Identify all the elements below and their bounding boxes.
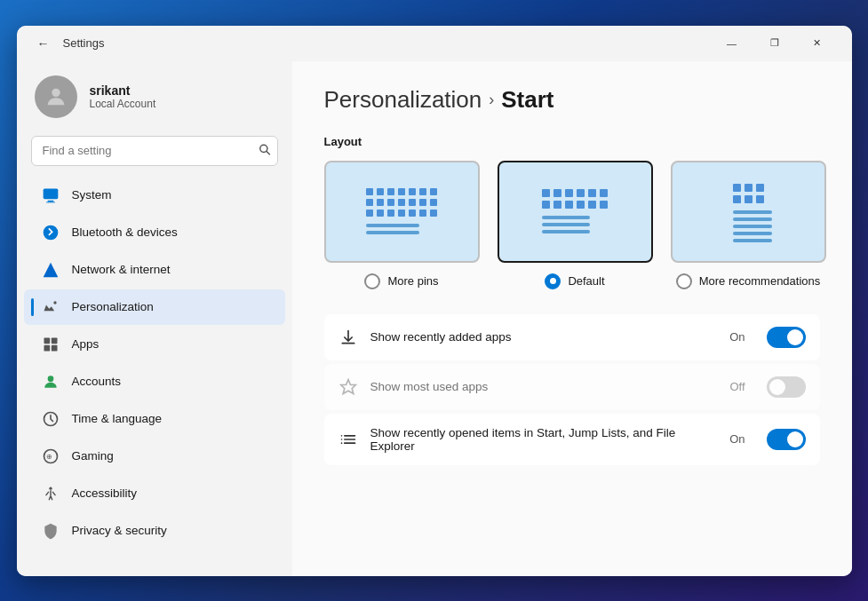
toggle-most-used[interactable] bbox=[767, 376, 806, 398]
layout-option-more-recs[interactable]: More recommendations bbox=[671, 161, 826, 289]
toggle-thumb-off bbox=[769, 379, 785, 395]
toggle-recently-added[interactable] bbox=[767, 327, 806, 348]
system-icon bbox=[42, 186, 60, 204]
title-bar: ← Settings — ❐ ✕ bbox=[17, 26, 852, 61]
svg-point-13 bbox=[47, 376, 53, 382]
svg-point-0 bbox=[52, 88, 60, 96]
sidebar-item-time[interactable]: Time & language bbox=[24, 401, 285, 437]
sidebar-item-system[interactable]: System bbox=[24, 178, 285, 213]
user-info: srikant Local Account bbox=[90, 83, 156, 110]
toggle-recent-items[interactable] bbox=[767, 429, 806, 450]
sidebar-label-gaming: Gaming bbox=[72, 449, 114, 463]
layout-option-more-pins[interactable]: More pins bbox=[324, 161, 480, 289]
svg-rect-5 bbox=[46, 202, 55, 202]
sidebar-label-accounts: Accounts bbox=[72, 375, 122, 388]
window-controls: — ❐ ✕ bbox=[712, 29, 838, 58]
layout-label-more-recs: More recommendations bbox=[676, 273, 821, 289]
sidebar-item-network[interactable]: Network & internet bbox=[24, 252, 285, 288]
sidebar-label-time: Time & language bbox=[72, 412, 163, 425]
gaming-icon: ⊕ bbox=[42, 447, 60, 465]
setting-label-recent-items: Show recently opened items in Start, Jum… bbox=[370, 426, 718, 453]
user-section: srikant Local Account bbox=[17, 61, 292, 132]
radio-more-recs[interactable] bbox=[676, 273, 692, 289]
svg-rect-10 bbox=[51, 337, 57, 344]
layout-preview-more-pins bbox=[324, 161, 480, 263]
content-area: srikant Local Account bbox=[17, 61, 852, 576]
breadcrumb-current: Start bbox=[501, 86, 553, 114]
layout-option-default[interactable]: Default bbox=[498, 161, 653, 289]
svg-rect-11 bbox=[44, 344, 50, 351]
close-button[interactable]: ✕ bbox=[797, 29, 838, 58]
bluetooth-icon bbox=[42, 224, 60, 241]
breadcrumb-separator: › bbox=[489, 91, 494, 109]
setting-status-recent-items: On bbox=[729, 432, 745, 446]
time-icon bbox=[42, 410, 60, 428]
search-box bbox=[31, 136, 278, 166]
network-icon bbox=[42, 261, 60, 279]
svg-rect-3 bbox=[43, 188, 58, 199]
setting-status-most-used: Off bbox=[729, 380, 745, 393]
setting-recent-items: Show recently opened items in Start, Jum… bbox=[324, 414, 820, 465]
apps-icon bbox=[42, 336, 60, 353]
layout-preview-default bbox=[498, 161, 653, 263]
svg-line-2 bbox=[266, 151, 269, 154]
svg-text:⊕: ⊕ bbox=[46, 453, 52, 461]
accessibility-icon bbox=[42, 485, 60, 502]
search-icon bbox=[259, 143, 271, 155]
layout-options: More pins bbox=[324, 161, 820, 289]
toggle-thumb-recent bbox=[787, 431, 803, 447]
sidebar-item-bluetooth[interactable]: Bluetooth & devices bbox=[24, 215, 285, 250]
breadcrumb: Personalization › Start bbox=[324, 86, 820, 114]
setting-recently-added: Show recently added apps On bbox=[324, 314, 820, 360]
privacy-icon bbox=[42, 522, 60, 540]
avatar bbox=[35, 75, 77, 118]
radio-default[interactable] bbox=[545, 273, 561, 289]
layout-section-label: Layout bbox=[324, 135, 820, 148]
svg-rect-4 bbox=[47, 200, 53, 202]
settings-window: ← Settings — ❐ ✕ srikant Local Account bbox=[17, 26, 852, 576]
download-icon bbox=[338, 328, 358, 347]
sidebar: srikant Local Account bbox=[17, 61, 292, 576]
radio-more-pins[interactable] bbox=[364, 273, 380, 289]
breadcrumb-parent[interactable]: Personalization bbox=[324, 86, 482, 114]
maximize-button[interactable]: ❐ bbox=[754, 29, 795, 58]
search-input[interactable] bbox=[31, 136, 278, 166]
layout-label-more-pins: More pins bbox=[364, 273, 438, 289]
sidebar-label-apps: Apps bbox=[72, 337, 100, 351]
layout-label-default: Default bbox=[545, 273, 604, 289]
sidebar-item-personalization[interactable]: Personalization bbox=[24, 289, 285, 325]
svg-rect-12 bbox=[51, 344, 57, 351]
setting-most-used: Show most used apps Off bbox=[324, 364, 820, 410]
main-content: Personalization › Start Layout bbox=[292, 61, 852, 576]
window-title: Settings bbox=[63, 36, 712, 50]
user-icon bbox=[44, 84, 68, 109]
sidebar-item-accounts[interactable]: Accounts bbox=[24, 364, 285, 399]
back-button[interactable]: ← bbox=[31, 31, 56, 56]
svg-point-1 bbox=[259, 145, 267, 152]
sidebar-label-bluetooth: Bluetooth & devices bbox=[72, 225, 178, 239]
sidebar-item-accessibility[interactable]: Accessibility bbox=[24, 476, 285, 511]
search-button[interactable] bbox=[259, 143, 271, 158]
sidebar-item-gaming[interactable]: ⊕ Gaming bbox=[24, 439, 285, 474]
svg-point-8 bbox=[53, 301, 56, 304]
sidebar-label-privacy: Privacy & security bbox=[72, 524, 167, 537]
personalization-icon bbox=[42, 298, 60, 316]
star-icon bbox=[338, 377, 358, 397]
sidebar-label-accessibility: Accessibility bbox=[72, 486, 138, 500]
setting-status-recently-added: On bbox=[729, 330, 745, 344]
svg-rect-9 bbox=[44, 337, 50, 344]
sidebar-label-personalization: Personalization bbox=[72, 300, 154, 313]
layout-preview-more-recs bbox=[671, 161, 826, 263]
toggle-thumb bbox=[787, 329, 803, 345]
svg-point-17 bbox=[49, 486, 52, 489]
sidebar-label-system: System bbox=[72, 188, 112, 202]
sidebar-item-apps[interactable]: Apps bbox=[24, 327, 285, 362]
sidebar-item-privacy[interactable]: Privacy & security bbox=[24, 513, 285, 549]
user-name: srikant bbox=[90, 83, 156, 98]
setting-label-recently-added: Show recently added apps bbox=[370, 330, 718, 344]
minimize-button[interactable]: — bbox=[712, 29, 753, 58]
setting-label-most-used: Show most used apps bbox=[370, 380, 718, 393]
sidebar-label-network: Network & internet bbox=[72, 263, 171, 276]
user-account-type: Local Account bbox=[90, 98, 156, 110]
list-icon bbox=[338, 430, 358, 449]
